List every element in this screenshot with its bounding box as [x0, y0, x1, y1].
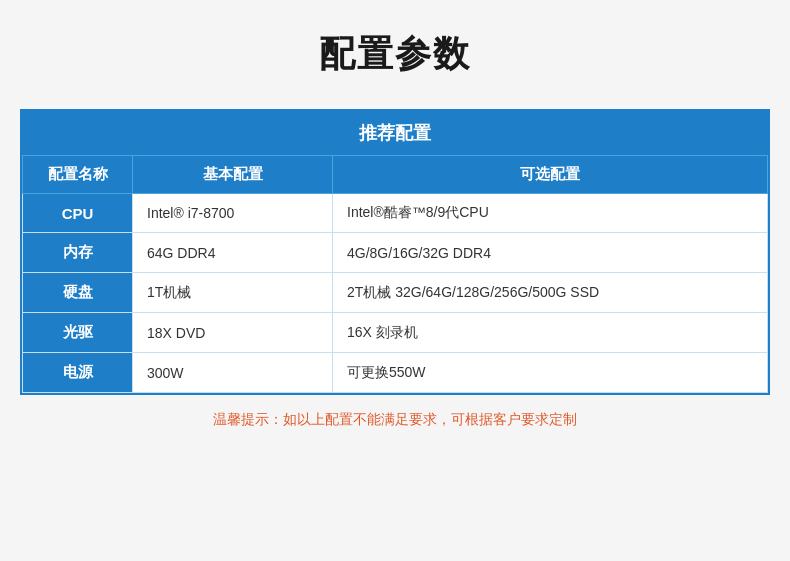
- table-row: CPUIntel® i7-8700Intel®酷睿™8/9代CPU: [23, 194, 768, 233]
- table-row: 电源300W可更换550W: [23, 353, 768, 393]
- row-optional-cell: 16X 刻录机: [333, 313, 768, 353]
- col-header-optional: 可选配置: [333, 156, 768, 194]
- table-section-title: 推荐配置: [22, 111, 768, 155]
- row-name-cell: 内存: [23, 233, 133, 273]
- row-optional-cell: 可更换550W: [333, 353, 768, 393]
- warm-tip: 温馨提示：如以上配置不能满足要求，可根据客户要求定制: [213, 411, 577, 429]
- row-name-cell: 硬盘: [23, 273, 133, 313]
- row-basic-cell: 1T机械: [133, 273, 333, 313]
- table-header-row: 配置名称 基本配置 可选配置: [23, 156, 768, 194]
- row-basic-cell: 64G DDR4: [133, 233, 333, 273]
- row-optional-cell: 4G/8G/16G/32G DDR4: [333, 233, 768, 273]
- config-table-wrapper: 推荐配置 配置名称 基本配置 可选配置 CPUIntel® i7-8700Int…: [20, 109, 770, 395]
- row-name-cell: CPU: [23, 194, 133, 233]
- row-basic-cell: 18X DVD: [133, 313, 333, 353]
- row-name-cell: 电源: [23, 353, 133, 393]
- config-table: 配置名称 基本配置 可选配置 CPUIntel® i7-8700Intel®酷睿…: [22, 155, 768, 393]
- table-row: 光驱18X DVD16X 刻录机: [23, 313, 768, 353]
- table-row: 硬盘1T机械2T机械 32G/64G/128G/256G/500G SSD: [23, 273, 768, 313]
- col-header-basic: 基本配置: [133, 156, 333, 194]
- row-basic-cell: Intel® i7-8700: [133, 194, 333, 233]
- row-basic-cell: 300W: [133, 353, 333, 393]
- row-name-cell: 光驱: [23, 313, 133, 353]
- table-row: 内存64G DDR44G/8G/16G/32G DDR4: [23, 233, 768, 273]
- row-optional-cell: Intel®酷睿™8/9代CPU: [333, 194, 768, 233]
- row-optional-cell: 2T机械 32G/64G/128G/256G/500G SSD: [333, 273, 768, 313]
- col-header-name: 配置名称: [23, 156, 133, 194]
- page-title: 配置参数: [319, 30, 471, 79]
